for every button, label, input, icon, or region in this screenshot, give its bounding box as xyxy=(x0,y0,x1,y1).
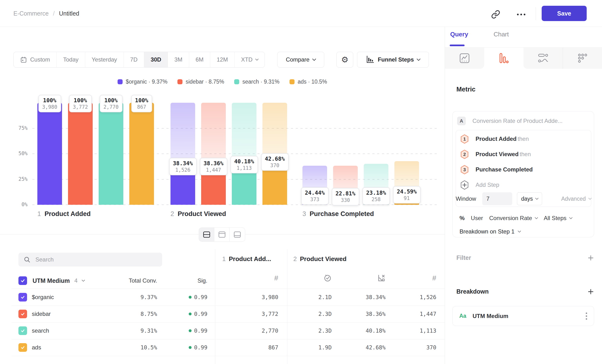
funnel-bar[interactable] xyxy=(37,103,62,205)
svg-text:3: 3 xyxy=(463,167,466,172)
conversion-window-row: Window days Advanced xyxy=(456,192,591,205)
metric-step-row[interactable]: 3Purchase Completed xyxy=(460,165,533,174)
funnel-step-label: 2Product Viewed xyxy=(171,210,226,218)
breakdown-section: Breakdown xyxy=(456,288,594,295)
breakdown-item[interactable]: Aa UTM Medium xyxy=(452,306,594,326)
table-group-header[interactable]: UTM Medium 4 xyxy=(18,276,85,285)
svg-text:2: 2 xyxy=(463,152,466,157)
kebab-menu-icon[interactable] xyxy=(586,312,587,320)
window-label: Window xyxy=(456,195,476,202)
step1-count: 3,772 xyxy=(230,306,278,322)
step2-rate: 40.18% xyxy=(345,322,386,339)
tab-chart[interactable]: Chart xyxy=(494,31,509,38)
main-panel-divider xyxy=(445,27,445,364)
add-step-button[interactable]: Add Step xyxy=(460,180,499,190)
total-conv-value: 9.37% xyxy=(108,289,157,306)
search-input[interactable] xyxy=(35,256,150,263)
chart-type-tab-flows[interactable] xyxy=(524,48,563,69)
bar-value-label: 42.68%370 xyxy=(261,153,289,171)
funnel-bar[interactable] xyxy=(129,103,154,205)
metric-step-row[interactable]: 1Product Added then xyxy=(460,134,529,144)
row-label: ads xyxy=(32,339,41,356)
view-option-panel-top[interactable] xyxy=(214,228,230,241)
chart-type-tab-insights[interactable] xyxy=(445,48,484,69)
chart-type-tab-funnel[interactable] xyxy=(484,48,524,69)
breakdown-column-title[interactable]: UTM Medium xyxy=(32,277,70,284)
property-type-icon: Aa xyxy=(459,313,466,319)
metric-column-icon xyxy=(345,274,386,282)
step-number-badge: 2 xyxy=(460,150,469,159)
add-breakdown-button[interactable] xyxy=(587,288,594,295)
layout-view-switcher xyxy=(199,227,245,242)
sig-value: 0.99 xyxy=(168,322,207,339)
step2-avg-time: 2.3D xyxy=(295,306,332,322)
avg-time-metric-icon[interactable] xyxy=(323,274,332,282)
sig-dot xyxy=(189,312,192,315)
funnel-bar[interactable] xyxy=(68,103,93,205)
view-option-split-horizontal[interactable] xyxy=(199,228,214,241)
table-row[interactable]: ads10.5%0.998671.9D42.68%370 xyxy=(0,339,445,356)
table-row[interactable]: search9.31%0.992,7702.3D40.18%1,113 xyxy=(0,322,445,339)
funnel-step-label: 3Purchase Completed xyxy=(302,210,374,218)
table-search[interactable] xyxy=(18,253,162,267)
row-checkbox[interactable] xyxy=(18,310,27,318)
scope-select[interactable]: All Steps xyxy=(544,215,572,222)
row-checkbox[interactable] xyxy=(18,343,27,352)
select-all-checkbox[interactable] xyxy=(18,276,27,285)
step2-avg-time: 1.9D xyxy=(295,339,332,356)
metric-column-icon xyxy=(295,274,332,282)
panel-tabs: Query Chart xyxy=(450,31,509,38)
bar-value-label: 100%2,770 xyxy=(100,95,122,112)
counting-entity[interactable]: User xyxy=(471,215,483,222)
measure-label: Conversion Rate xyxy=(489,215,532,222)
window-unit-label: days xyxy=(521,196,533,202)
percent-icon: % xyxy=(460,215,464,222)
metric-step-row[interactable]: 2Product Viewed then xyxy=(460,150,531,159)
filter-heading: Filter xyxy=(456,254,471,261)
conversion-rate-metric-icon[interactable] xyxy=(377,274,386,282)
view-option-panel-bottom[interactable] xyxy=(230,228,245,241)
breakdown-property-name: UTM Medium xyxy=(473,313,508,320)
insights-icon xyxy=(459,53,470,64)
table-row[interactable]: sidebar8.75%0.993,7722.3D38.36%1,447 xyxy=(0,306,445,322)
panel-bottom-icon xyxy=(234,231,241,238)
bar-value-label: 24.44%373 xyxy=(301,187,329,205)
funnel-bar[interactable] xyxy=(99,103,123,205)
active-tab-underline xyxy=(450,44,464,46)
split-horizontal-icon xyxy=(203,231,211,238)
column-header-total-conv[interactable]: Total Conv. xyxy=(108,277,157,284)
search-icon xyxy=(24,256,30,263)
flows-icon xyxy=(538,53,548,63)
table-row[interactable]: $organic9.37%0.993,9802.1D38.34%1,526 xyxy=(0,289,445,306)
metric-series-row[interactable]: A Conversion Rate of Product Adde... xyxy=(457,117,562,125)
count-metric-icon[interactable]: # xyxy=(432,274,436,282)
table-border xyxy=(11,356,445,356)
breakdown-count: 4 xyxy=(75,277,78,284)
sig-dot xyxy=(189,329,192,332)
total-conv-value: 9.31% xyxy=(108,322,157,339)
advanced-label: Advanced xyxy=(561,196,586,202)
funnel-icon xyxy=(499,53,509,64)
step2-avg-time: 2.1D xyxy=(295,289,332,306)
sig-dot xyxy=(189,296,192,299)
tab-query[interactable]: Query xyxy=(450,31,468,38)
add-filter-button[interactable] xyxy=(587,255,594,261)
window-unit-select[interactable]: days xyxy=(517,192,542,205)
row-checkbox[interactable] xyxy=(18,326,27,335)
check-icon xyxy=(20,345,25,350)
count-metric-icon[interactable]: # xyxy=(274,274,278,282)
bar-value-label: 23.18%258 xyxy=(362,187,390,205)
bar-value-label: 24.59%91 xyxy=(393,186,420,203)
breakdown-on-step-select[interactable]: Breakdown on Step 1 xyxy=(460,228,521,235)
column-header-sig[interactable]: Sig. xyxy=(168,277,207,284)
window-value-input[interactable] xyxy=(482,192,512,205)
total-conv-value: 8.75% xyxy=(108,306,157,322)
advanced-toggle[interactable]: Advanced xyxy=(561,196,591,202)
row-checkbox[interactable] xyxy=(18,293,27,301)
measure-select[interactable]: Conversion Rate xyxy=(489,215,538,222)
y-axis-tick: 25% xyxy=(10,176,28,182)
panel-top-icon xyxy=(218,231,226,238)
step2-rate: 42.68% xyxy=(345,339,386,356)
chevron-down-icon[interactable] xyxy=(82,278,85,282)
chart-type-tab-retention[interactable] xyxy=(563,48,602,69)
